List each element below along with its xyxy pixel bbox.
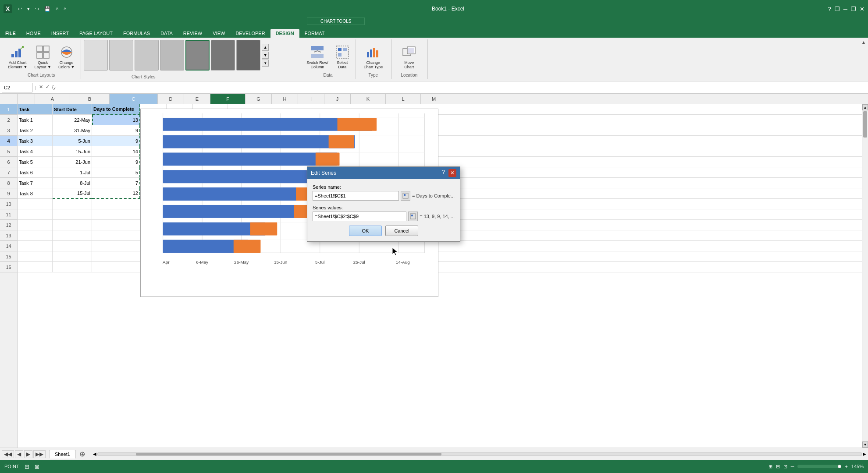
series-name-label: Series name: [313,184,455,190]
series-values-label: Series values: [313,205,455,210]
ok-btn[interactable]: OK [349,226,382,236]
series-name-input-row: = Days to Comple... [313,191,455,201]
svg-rect-74 [411,215,413,216]
edit-series-dialog: Edit Series ? ✕ Series name: = Days to C… [307,166,460,242]
series-name-ref-btn[interactable] [401,191,410,201]
series-values-field: Series values: = 13, 9, 9, 14, ... [313,205,455,221]
dialog-overlay: Edit Series ? ✕ Series name: = Days to C… [0,0,868,473]
series-values-input-row: = 13, 9, 9, 14, ... [313,212,455,221]
series-values-input[interactable] [313,212,406,221]
series-values-result: = 13, 9, 9, 14, ... [420,214,455,219]
dialog-buttons: OK Cancel [313,226,455,236]
series-name-field: Series name: = Days to Comple... [313,184,455,201]
series-name-result: = Days to Comple... [412,193,455,198]
dialog-title-bar: Edit Series ? ✕ [307,167,460,179]
dialog-controls: ? ✕ [442,169,456,177]
dialog-title: Edit Series [311,170,336,176]
series-values-ref-btn[interactable] [408,212,418,221]
cancel-btn[interactable]: Cancel [385,226,418,236]
series-name-input[interactable] [313,191,399,201]
dialog-body: Series name: = Days to Comple... Series … [307,179,460,241]
dialog-help-btn[interactable]: ? [442,169,445,177]
dialog-close-btn[interactable]: ✕ [448,169,456,177]
svg-rect-72 [404,194,406,196]
